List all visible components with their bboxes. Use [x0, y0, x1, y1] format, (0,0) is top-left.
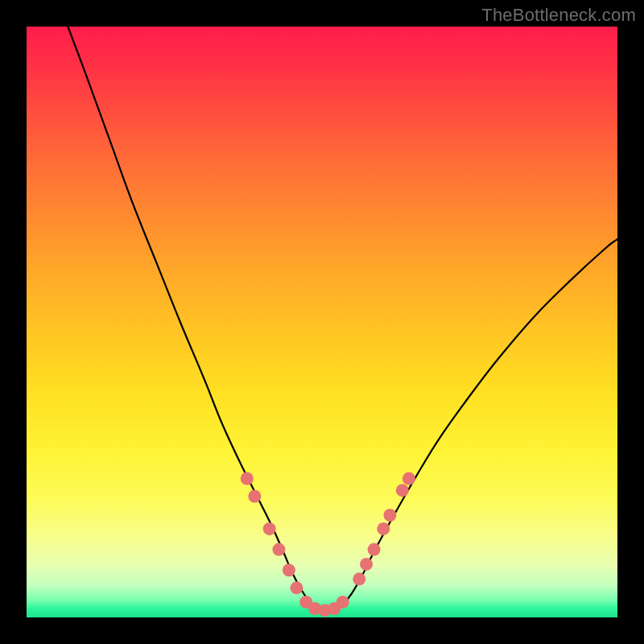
highlight-dot	[353, 572, 365, 585]
highlight-dots-group	[241, 473, 415, 617]
highlight-dot	[383, 509, 396, 522]
highlight-dot	[336, 596, 349, 609]
watermark-text: TheBottleneck.com	[481, 5, 636, 26]
highlight-dot	[248, 490, 261, 503]
highlight-dot	[283, 564, 295, 576]
highlight-dot	[272, 543, 285, 556]
highlight-dot	[402, 473, 415, 485]
highlight-dot	[360, 558, 373, 571]
bottleneck-curve-path	[68, 27, 617, 611]
highlight-dot	[263, 522, 276, 535]
highlight-dot	[396, 484, 409, 497]
highlight-dot	[377, 522, 390, 535]
highlight-dot	[368, 543, 381, 556]
chart-frame: TheBottleneck.com	[0, 0, 644, 644]
highlight-dot	[290, 581, 303, 594]
highlight-dot	[241, 473, 254, 485]
plot-area	[27, 27, 617, 617]
chart-svg	[27, 27, 617, 617]
